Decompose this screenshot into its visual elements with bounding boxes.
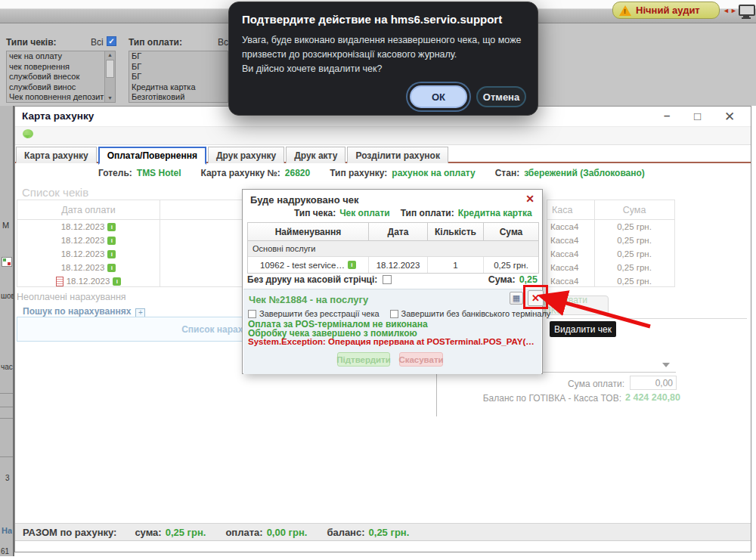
close-icon[interactable]: ✕ (525, 193, 534, 205)
account-info-row: Готель:TMS HotelКарта рахунку №:26820Тип… (98, 168, 726, 178)
col-qty[interactable]: Кількість (428, 223, 484, 240)
tab-4[interactable]: Розділити рахунок (347, 147, 448, 163)
check-date: 18.12.2023 (61, 222, 105, 231)
payment-sum-input[interactable]: 0,00 (630, 376, 677, 390)
chat-bubble-icon[interactable] (23, 129, 33, 138)
list-option-check-type[interactable]: Чек поповнення депозит (7, 92, 105, 103)
list-option-payment-type[interactable]: БГ (129, 62, 228, 73)
cash-col-suma[interactable]: Сума (594, 200, 674, 219)
info-icon[interactable]: i (107, 264, 116, 272)
info-icon[interactable]: i (107, 250, 116, 258)
list-option-check-type[interactable]: чек повернення (7, 62, 105, 73)
scrollbar[interactable]: ▲ ▼ (104, 51, 115, 102)
check-types-list[interactable]: ▲ ▼ чек на оплатучек поверненняслужбовий… (6, 51, 116, 103)
payment-type-label: Тип оплати: (401, 208, 454, 218)
info-icon[interactable]: i (107, 223, 116, 231)
info-label: Стан: (495, 168, 519, 178)
status-item-label: сума: (135, 527, 161, 538)
check-date: 18.12.2023 (67, 277, 110, 286)
cash-row[interactable]: Касса40,25 грн. (547, 234, 674, 247)
col-date[interactable]: Дата (369, 223, 428, 240)
info-icon[interactable]: i (348, 261, 356, 269)
monitor-icon[interactable] (739, 5, 754, 17)
scroll-thumb[interactable] (106, 60, 114, 78)
exception-message: System.Exception: Операция прервана at P… (248, 337, 538, 346)
cancel-button[interactable]: Отмена (476, 86, 526, 107)
list-option-payment-type[interactable]: Кредитна картка (129, 82, 228, 93)
check-types-all-checkbox[interactable]: ✓ (107, 36, 116, 46)
background-window-edge: М шов час 3 На 61 (0, 106, 14, 556)
unpaid-heading: Неоплачені нарахування (17, 292, 126, 302)
cash-row[interactable]: Касса40,25 грн. (547, 261, 674, 274)
check-date: 18.12.2023 (61, 236, 105, 245)
collapse-arrows-icon[interactable]: ◄► (723, 7, 738, 14)
item-name: 10962 - test service… (260, 261, 345, 270)
confirm-button[interactable]: Підтвердити (337, 352, 390, 367)
status-item-label: баланс: (327, 527, 364, 538)
finish-without-terminal[interactable]: Завершити без банківського терміналу (390, 309, 551, 318)
delete-check-icon[interactable]: ✕ (528, 290, 544, 306)
status-item: сума:0,25 грн. (135, 527, 206, 538)
ok-button[interactable]: ОК (410, 85, 467, 108)
edge-fragment: шов (1, 292, 14, 300)
list-option-check-type[interactable]: службовий внесок (7, 72, 105, 82)
tab-0[interactable]: Карта рахунку (16, 147, 97, 163)
minimize-button[interactable]: – (664, 109, 670, 122)
cancel-button[interactable]: Скасувати (399, 352, 443, 367)
cash-row[interactable]: Касса40,25 грн. (547, 247, 674, 261)
cash-cell-kasa: Касса4 (547, 236, 594, 245)
balance-value: 2 424 240,80 (625, 392, 680, 403)
status-total-label: РАЗОМ по рахунку: (23, 527, 116, 538)
check-date: 18.12.2023 (61, 263, 105, 272)
print-pko-button[interactable]: Друкувати ПКО (544, 295, 609, 315)
info-value: збережений (Заблоковано) (524, 168, 645, 178)
info-icon[interactable]: i (113, 277, 121, 286)
total-value: 0,25 (519, 274, 538, 285)
tab-2[interactable]: Друк рахунку (208, 147, 284, 163)
maximize-button[interactable]: □ (694, 110, 701, 122)
item-sum: 0,25 грн. (484, 257, 538, 273)
cash-row[interactable]: Касса40,25 грн. (547, 220, 674, 234)
payment-types-list[interactable]: БГБГБГКредитна карткаБезготівковий (129, 51, 228, 103)
cash-row[interactable]: Касса40,25 грн. (547, 274, 674, 288)
status-item-label: оплата: (225, 527, 262, 538)
edge-fragment: На (2, 526, 12, 535)
no-print-checkbox[interactable] (383, 275, 392, 284)
checks-col-date[interactable]: Дата оплати (17, 200, 160, 219)
balance-label: Баланс по ГОТІВКА - Касса ТОВ: (423, 393, 621, 404)
payment-sum-label: Сума оплати: (529, 379, 624, 389)
payment-types-label: Тип оплати: (129, 37, 182, 48)
cash-cell-suma: 0,25 грн. (594, 263, 674, 272)
night-audit-button[interactable]: ! Нічний аудит (612, 2, 720, 19)
col-name[interactable]: Найменування (248, 223, 369, 240)
col-sum[interactable]: Сума (484, 223, 538, 240)
status-item: баланс:0,25 грн. (327, 527, 409, 538)
night-audit-label: Нічний аудит (636, 5, 700, 16)
scroll-up-icon[interactable]: ▲ (105, 51, 115, 59)
list-option-check-type[interactable]: чек на оплату (7, 51, 105, 62)
tab-3[interactable]: Друк акту (286, 147, 345, 163)
list-option-payment-type[interactable]: БГ (129, 72, 228, 82)
list-option-payment-type[interactable]: Безготівковий (129, 92, 228, 103)
tab-1[interactable]: Оплата/Повернення (98, 147, 206, 165)
calculator-icon[interactable]: ▦ (510, 292, 523, 305)
close-button[interactable]: ✕ (724, 109, 735, 125)
table-icon (2, 257, 12, 267)
finish-without-registration[interactable]: Завершити без реєстрації чека (248, 309, 380, 318)
panel-divider (547, 318, 747, 319)
window-toolbar (15, 126, 751, 145)
item-row[interactable]: 10962 - test service…i 18.12.2023 1 0,25… (248, 257, 538, 273)
check-type-value: Чек оплати (339, 208, 390, 218)
scroll-down-icon[interactable]: ▼ (105, 94, 115, 102)
cash-cell-suma: 0,25 грн. (594, 249, 674, 258)
cash-col-kasa[interactable]: Каса (547, 200, 594, 219)
status-item-value: 0,00 грн. (267, 527, 308, 538)
cash-cell-suma: 0,25 грн. (594, 222, 674, 231)
list-option-check-type[interactable]: службовий винос (7, 82, 105, 93)
info-icon[interactable]: i (107, 237, 116, 245)
list-option-payment-type[interactable]: БГ (129, 51, 228, 62)
status-item: оплата:0,00 грн. (225, 527, 307, 538)
edge-fragment: 3 (5, 474, 10, 482)
tab-bar: Карта рахункуОплата/ПоверненняДрук рахун… (16, 144, 448, 163)
check-date: 18.12.2023 (61, 249, 105, 258)
